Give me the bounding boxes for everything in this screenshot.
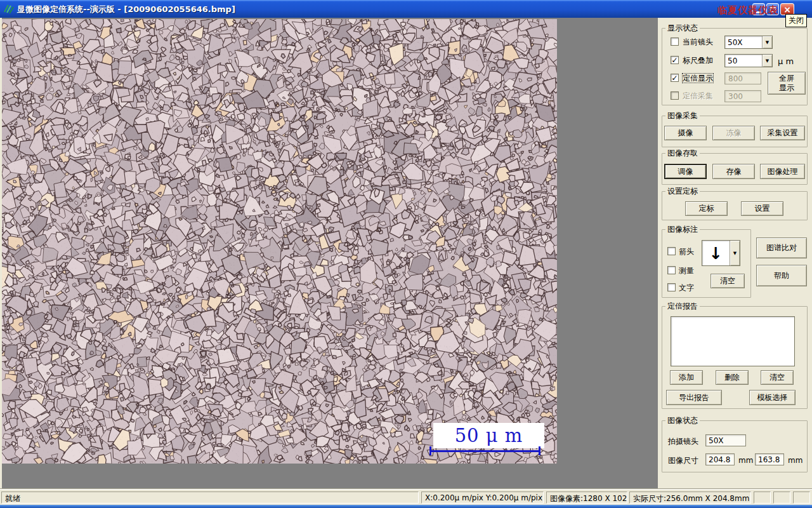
groupbox-calibration-title: 设置定标 [665,187,700,196]
load-image-button-label: 调像 [678,166,693,177]
arrow-checkbox-label: 箭头 [679,247,694,256]
image-height-field: 163.8 [755,453,784,465]
scale-bar-label: 50 μ m [455,425,523,446]
image-processing-button-label: 图像处理 [768,166,798,177]
groupbox-capture: 图像采集 摄像 冻像 采集设置 [662,116,808,147]
report-clear-button[interactable]: 清空 [761,370,794,385]
fixed-display-value: 800 [728,74,743,83]
groupbox-image-status: 图像状态 拍摄镜头 50X 图像尺寸 204.8 mm 163.8 mm [662,420,808,472]
restore-icon [770,7,776,12]
help-button[interactable]: 帮助 [756,265,807,286]
measure-checkbox-label: 测量 [679,266,694,275]
status-actual-size: 实际尺寸:256.0mm X 204.8mm [629,491,751,504]
arrow-checkbox[interactable] [667,247,676,255]
report-delete-button[interactable]: 删除 [716,370,749,385]
groupbox-storage: 图像存取 调像 存像 图像处理 [662,153,808,185]
capture-settings-button-label: 采集设置 [768,128,798,138]
measure-checkbox[interactable] [667,266,676,274]
freeze-button: 冻像 [712,126,755,140]
window-title: 显微图像定倍系统--演示版 - [20090602055646.bmp] [17,4,235,15]
annotation-clear-button[interactable]: 清空 [710,274,745,288]
scale-bar-tick-left [429,446,431,455]
groupbox-report: 定倍报告 添加 删除 清空 导出报告 模板选择 [662,306,808,409]
scale-overlay-checkbox[interactable]: ✓ [671,56,679,64]
status-pixel-scale: X:0.200μ m/pix Y:0.200μ m/pix [421,491,544,504]
minimize-button[interactable] [752,3,765,15]
micrograph-canvas [2,19,557,464]
image-height-unit: mm [788,456,802,465]
camera-button-label: 摄像 [678,128,693,138]
check-icon: ✓ [671,57,678,64]
report-clear-button-label: 清空 [769,372,785,383]
chevron-down-icon[interactable]: ▼ [762,55,772,67]
current-lens-label: 当前镜头 [683,37,713,46]
fixed-capture-checkbox [671,91,679,100]
micrograph-image[interactable]: 50 μ m [2,19,557,464]
chevron-down-icon[interactable]: ▼ [730,241,740,265]
image-width-value: 204.8 [709,455,730,464]
close-tooltip: 关闭 [785,14,807,27]
image-height-value: 163.8 [758,455,780,464]
groupbox-storage-title: 图像存取 [665,149,700,157]
app-icon [3,4,14,15]
calibrate-button-label: 定标 [699,203,714,214]
fixed-capture-value: 300 [728,92,743,101]
status-empty-3 [793,491,810,504]
groupbox-annotation: 图像标注 箭头 ↓ ▼ 测量 文字 清空 [662,229,751,298]
report-add-button-label: 添加 [679,372,694,383]
workspace-background: 50 μ m [2,18,658,489]
status-empty-2 [773,491,790,504]
lens-value: 50X [709,436,724,445]
scale-overlay-unit: μ m [778,57,794,66]
report-listbox[interactable] [671,316,795,366]
image-width-unit: mm [738,456,753,465]
scale-bar-label-box: 50 μ m [433,423,544,448]
text-checkbox[interactable] [667,283,676,291]
fixed-display-checkbox[interactable]: ✓ [671,74,679,82]
report-add-button[interactable]: 添加 [670,370,703,385]
calibrate-button[interactable]: 定标 [685,201,728,216]
status-image-pixels: 图像像素:1280 X 1024 [546,491,627,504]
restore-button[interactable] [766,3,779,15]
fullscreen-button[interactable]: 全屏显示 [768,72,806,95]
fixed-capture-input: 300 [724,90,761,102]
fullscreen-button-label: 全屏显示 [778,74,796,93]
app-window: { "window": { "title": "显微图像定倍系统--演示版 - … [0,0,812,508]
groupbox-image-status-title: 图像状态 [665,416,700,425]
close-icon: × [783,5,791,14]
groupbox-display-status-title: 显示状态 [665,23,700,32]
minimize-icon [756,11,761,13]
arrow-style-combobox[interactable]: ↓ ▼ [702,240,740,266]
image-size-label: 图像尺寸 [668,455,698,466]
calibration-setup-button[interactable]: 设置 [741,201,783,216]
statusbar: 就绪 X:0.200μ m/pix Y:0.200μ m/pix 图像像素:12… [0,489,812,505]
scale-bar-line [429,450,540,452]
atlas-compare-button-label: 图谱比对 [766,243,797,253]
current-lens-combobox[interactable]: 50X ▼ [724,36,773,49]
groupbox-capture-title: 图像采集 [665,111,700,120]
export-report-button[interactable]: 导出报告 [666,390,722,405]
scale-overlay-value: 50 [725,55,762,67]
fixed-display-input: 800 [724,72,761,84]
groupbox-display-status: 显示状态 当前镜头 50X ▼ ✓ 标尺叠加 50 ▼ μ m ✓ 定倍显示 8… [662,28,808,105]
camera-button[interactable]: 摄像 [664,126,707,140]
image-processing-button[interactable]: 图像处理 [760,164,805,179]
scale-overlay-combobox[interactable]: 50 ▼ [724,54,773,67]
current-lens-value: 50X [725,36,762,48]
template-select-button[interactable]: 模板选择 [749,390,796,405]
fixed-display-label: 定倍显示 [683,74,713,83]
lens-label: 拍摄镜头 [668,436,698,447]
save-image-button-label: 存像 [726,166,742,177]
save-image-button[interactable]: 存像 [712,164,755,179]
status-empty-1 [754,491,771,504]
current-lens-checkbox[interactable] [671,37,679,46]
atlas-compare-button[interactable]: 图谱比对 [756,237,807,258]
lens-value-field: 50X [705,434,746,446]
scale-bar-tick-right [539,446,540,455]
groupbox-annotation-title: 图像标注 [665,225,700,234]
load-image-button[interactable]: 调像 [664,164,707,179]
freeze-button-label: 冻像 [726,128,742,138]
chevron-down-icon[interactable]: ▼ [762,36,772,48]
calibration-setup-button-label: 设置 [755,203,770,214]
capture-settings-button[interactable]: 采集设置 [760,126,805,140]
